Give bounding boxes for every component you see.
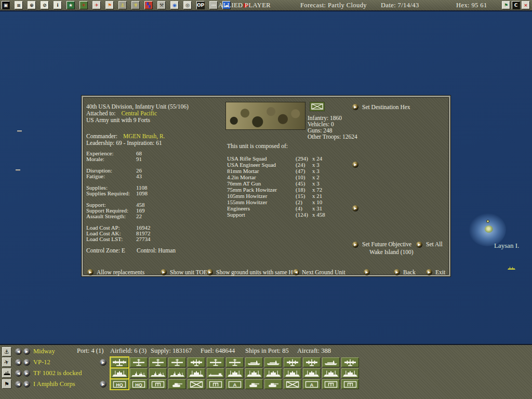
- friendly-bases-icon[interactable]: ★: [66, 1, 75, 9]
- set-all-objective-button[interactable]: Set All: [426, 241, 443, 247]
- task-forces-icon[interactable]: ♆: [131, 1, 140, 9]
- ship-marker-icon[interactable]: [508, 266, 515, 270]
- map-view-icon[interactable]: ▣: [2, 1, 10, 9]
- convoy-routes-icon[interactable]: ⋯: [209, 1, 218, 9]
- ground-unit-button[interactable]: HQ A: [207, 379, 224, 389]
- prev-base-arrow-icon[interactable]: ◀: [15, 348, 22, 355]
- task-force-link[interactable]: TF 1002 is docked: [33, 369, 82, 377]
- aircraft-button[interactable]: [245, 357, 263, 367]
- operations-icon[interactable]: OP: [196, 1, 205, 9]
- base-name-link[interactable]: Midway: [33, 348, 55, 355]
- aircraft-button[interactable]: [130, 357, 148, 367]
- show-same-hq-arrow-icon[interactable]: ▶: [207, 269, 213, 275]
- ground-unit-link[interactable]: I Amphib Corps: [33, 380, 75, 388]
- show-toe-button[interactable]: Show unit TOE: [170, 269, 207, 275]
- ground-category-button[interactable]: ⚑: [2, 379, 11, 389]
- ground-unit-button[interactable]: HQ A: [322, 379, 340, 389]
- zoom-in-icon[interactable]: ⊕: [28, 1, 36, 9]
- set-destination-arrow-icon[interactable]: ▶: [352, 104, 358, 110]
- exit-arrow-icon[interactable]: ▶: [426, 269, 432, 275]
- air-hq-icon[interactable]: ✈: [92, 1, 101, 9]
- airgroup-list-arrow-icon[interactable]: ▶: [100, 359, 107, 366]
- prev-groundunit-arrow-icon[interactable]: ◀: [15, 381, 22, 388]
- laysan-island-core[interactable]: [485, 225, 493, 233]
- next-ground-unit-button[interactable]: Next Ground Unit: [302, 269, 345, 275]
- naval-category-button[interactable]: [2, 368, 11, 378]
- prev-taskforce-arrow-icon[interactable]: ◀: [15, 370, 22, 377]
- air-group-link[interactable]: VP-12: [33, 358, 50, 366]
- aircraft-button[interactable]: [226, 357, 244, 367]
- aircraft-button[interactable]: [322, 357, 340, 367]
- show-same-hq-button[interactable]: Show ground units with same HQ: [216, 269, 297, 275]
- next-groundunit-arrow-icon[interactable]: ▶: [23, 381, 30, 388]
- aircraft-button[interactable]: [111, 357, 128, 367]
- back-arrow-icon[interactable]: ▶: [394, 269, 400, 275]
- groundunit-list-arrow-icon[interactable]: ▶: [100, 381, 107, 388]
- next-base-arrow-icon[interactable]: ▶: [23, 348, 30, 355]
- next-taskforce-arrow-icon[interactable]: ▶: [23, 370, 30, 377]
- ship-button[interactable]: [226, 368, 244, 378]
- aircraft-button[interactable]: [207, 357, 224, 367]
- aircraft-button[interactable]: [341, 357, 359, 367]
- aircraft-button[interactable]: [149, 357, 167, 367]
- ship-button[interactable]: [207, 368, 224, 378]
- info-icon[interactable]: i: [54, 1, 62, 9]
- future-objective-button[interactable]: Set Future Objective: [362, 241, 411, 247]
- set-destination-button[interactable]: Set Destination Hex: [362, 104, 410, 110]
- ground-unit-button[interactable]: HQ A: [245, 379, 263, 389]
- prev-airgroup-arrow-icon[interactable]: ◀: [15, 359, 22, 366]
- ground-unit-button[interactable]: HQ A: [168, 379, 186, 389]
- world-zoom-icon[interactable]: ◎: [183, 1, 192, 9]
- objectives-flag-icon[interactable]: ⚑: [105, 1, 114, 9]
- air-category-button[interactable]: ✈: [2, 357, 11, 367]
- aircraft-button[interactable]: [284, 357, 301, 367]
- aircraft-button[interactable]: [303, 357, 321, 367]
- ship-button[interactable]: [168, 368, 186, 378]
- ground-unit-button[interactable]: HQ A: [226, 379, 244, 389]
- ground-unit-button[interactable]: HQ A: [188, 379, 205, 389]
- aircraft-button[interactable]: [188, 357, 205, 367]
- ship-button[interactable]: [284, 368, 301, 378]
- commander-link[interactable]: MGEN Brush, R.: [123, 133, 165, 139]
- ship-button[interactable]: [188, 368, 205, 378]
- ground-unit-button[interactable]: HQ A: [149, 379, 167, 389]
- ground-unit-button[interactable]: HQ A: [264, 379, 282, 389]
- attached-hq-link[interactable]: Central Pacific: [121, 110, 157, 116]
- ship-button[interactable]: [322, 368, 340, 378]
- allow-replacements-arrow-icon[interactable]: ▶: [87, 269, 94, 275]
- ground-unit-button[interactable]: HQ A: [130, 379, 148, 389]
- enemy-air-icon[interactable]: ✈: [79, 1, 88, 9]
- nationality-flags-icon[interactable]: ▚: [144, 1, 153, 9]
- aircraft-button[interactable]: [168, 357, 186, 367]
- ground-unit-button[interactable]: HQ A: [284, 379, 301, 389]
- ground-unit-button[interactable]: HQ A: [111, 379, 128, 389]
- exit-button[interactable]: Exit: [435, 269, 445, 275]
- ship-button[interactable]: [303, 368, 321, 378]
- port-category-button[interactable]: ⚓: [2, 347, 11, 356]
- reports-icon[interactable]: ≡: [15, 1, 23, 9]
- ship-button[interactable]: [264, 368, 282, 378]
- combat-report-icon[interactable]: C: [512, 1, 520, 9]
- next-airgroup-arrow-icon[interactable]: ▶: [23, 359, 30, 366]
- ports-icon[interactable]: ⚒: [157, 1, 166, 9]
- world-map-icon[interactable]: ◉: [170, 1, 179, 9]
- ground-unit-button[interactable]: HQ A: [341, 379, 359, 389]
- show-toe-arrow-icon[interactable]: ▶: [161, 269, 167, 275]
- set-all-objective-arrow-icon[interactable]: ▶: [416, 242, 422, 248]
- aircraft-button[interactable]: [264, 357, 282, 367]
- allow-replacements-button[interactable]: Allow replacements: [97, 269, 144, 275]
- stance-arrow-icon[interactable]: ▶: [352, 162, 358, 168]
- prev-unit-arrow-icon[interactable]: ◀: [293, 269, 299, 275]
- set-all-stance-arrow-icon[interactable]: ▶: [352, 205, 358, 211]
- ship-button[interactable]: [111, 368, 128, 378]
- future-objective-arrow-icon[interactable]: ▶: [352, 242, 358, 248]
- replay-flag-icon[interactable]: ⚑: [502, 1, 510, 9]
- ship-button[interactable]: [130, 368, 148, 378]
- ship-button[interactable]: [341, 368, 359, 378]
- next-unit-arrow-icon[interactable]: ▶: [364, 269, 370, 275]
- naval-bases-icon[interactable]: ⚓: [118, 1, 127, 9]
- ship-button[interactable]: [245, 368, 263, 378]
- zoom-out-icon[interactable]: ⊘: [41, 1, 49, 9]
- quit-icon[interactable]: ×: [522, 1, 530, 9]
- ship-button[interactable]: [149, 368, 167, 378]
